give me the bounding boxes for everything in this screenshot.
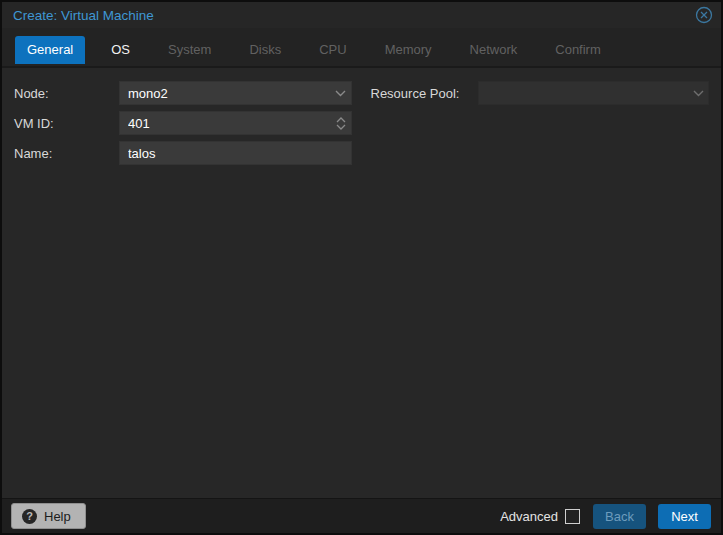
vmid-spinner-buttons[interactable] bbox=[330, 111, 352, 135]
advanced-checkbox[interactable] bbox=[565, 509, 580, 524]
spinner-down-icon bbox=[336, 124, 346, 130]
tab-os[interactable]: OS bbox=[99, 36, 142, 64]
tab-memory: Memory bbox=[373, 36, 444, 64]
vmid-label: VM ID: bbox=[14, 116, 119, 131]
name-row: Name: bbox=[14, 141, 352, 165]
advanced-label: Advanced bbox=[500, 509, 558, 524]
node-chevron-down-icon[interactable] bbox=[330, 81, 352, 105]
form-right-column: Resource Pool: bbox=[371, 81, 710, 111]
next-button[interactable]: Next bbox=[658, 504, 711, 529]
dialog-titlebar: Create: Virtual Machine bbox=[2, 2, 721, 28]
tab-disks: Disks bbox=[237, 36, 293, 64]
vmid-row: VM ID: bbox=[14, 111, 352, 135]
close-icon[interactable] bbox=[695, 6, 713, 24]
tab-network: Network bbox=[458, 36, 530, 64]
help-button-label: Help bbox=[44, 509, 71, 524]
resource-pool-label: Resource Pool: bbox=[371, 86, 478, 101]
resource-pool-row: Resource Pool: bbox=[371, 81, 710, 105]
node-row: Node: bbox=[14, 81, 352, 105]
tab-cpu: CPU bbox=[307, 36, 358, 64]
node-combobox[interactable] bbox=[119, 81, 352, 105]
resource-pool-chevron-down-icon[interactable] bbox=[687, 81, 709, 105]
spinner-up-icon bbox=[336, 117, 346, 123]
form-left-column: Node: VM ID: bbox=[14, 81, 352, 171]
tab-system: System bbox=[156, 36, 223, 64]
tab-general[interactable]: General bbox=[15, 36, 85, 64]
help-button[interactable]: ? Help bbox=[11, 503, 86, 529]
create-vm-dialog: Create: Virtual Machine General OS Syste… bbox=[2, 2, 721, 533]
name-label: Name: bbox=[14, 146, 119, 161]
dialog-footer: ? Help Advanced Back Next bbox=[2, 498, 721, 533]
tab-confirm: Confirm bbox=[543, 36, 613, 64]
node-label: Node: bbox=[14, 86, 119, 101]
resource-pool-combobox[interactable] bbox=[478, 81, 710, 105]
help-icon: ? bbox=[22, 509, 37, 524]
name-input[interactable] bbox=[119, 141, 352, 165]
back-button: Back bbox=[593, 504, 646, 529]
general-tab-panel: Node: VM ID: bbox=[2, 68, 721, 498]
wizard-tabbar: General OS System Disks CPU Memory Netwo… bbox=[2, 28, 721, 68]
dialog-title: Create: Virtual Machine bbox=[13, 8, 695, 23]
vmid-spinner-field[interactable] bbox=[119, 111, 352, 135]
